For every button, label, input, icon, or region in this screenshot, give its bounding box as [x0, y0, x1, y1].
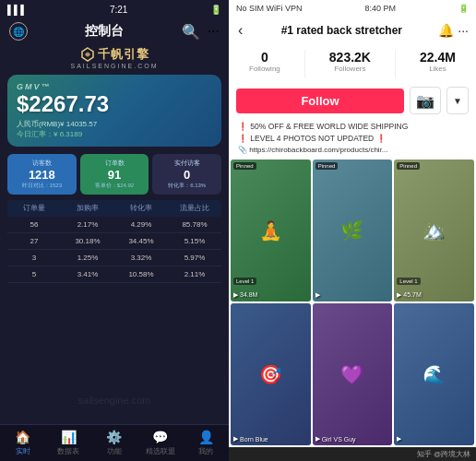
- table-row: 3 1.25% 3.32% 5.97%: [7, 250, 221, 266]
- grid-bg-5: 💜: [313, 303, 393, 445]
- stat-following: 0 Following: [249, 50, 280, 77]
- gmv-rate: 今日汇率：¥ 6.3189: [17, 129, 212, 139]
- grid-text-4: Born Blue: [240, 436, 268, 443]
- gmv-label: GMV™: [17, 82, 212, 91]
- pinned-badge-1: Pinned: [233, 162, 256, 170]
- nav-data[interactable]: 📊 数据表: [46, 430, 92, 456]
- watermark: sailsengine.com: [78, 395, 151, 406]
- stat-orders: 订单数 91 客单价：$24.92: [80, 154, 149, 195]
- followers-value: 823.2K: [329, 50, 371, 65]
- th-convert: 转化率: [114, 203, 168, 214]
- zhihu-badge: 知乎 @跨境大林: [417, 449, 470, 459]
- nav-functions-label: 功能: [107, 446, 122, 456]
- right-status-left: No SIM WiFi VPN: [236, 4, 303, 13]
- td-3-2: 10.58%: [114, 269, 168, 279]
- globe-icon[interactable]: 🌐: [9, 22, 28, 41]
- td-2-3: 5.97%: [168, 253, 221, 263]
- grid-stat-3: ▶ 45.7M: [397, 291, 421, 299]
- nav-functions[interactable]: ⚙️ 功能: [91, 430, 137, 456]
- play-icon-2: ▶: [315, 291, 320, 299]
- td-3-3: 2.11%: [168, 269, 221, 279]
- stats-row: 访客数 1218 昨日对比：1523 订单数 91 客单价：$24.92 实付访…: [7, 154, 221, 195]
- notice-area: ❗ 50% OFF & FREE WORLD WIDE SHIPPING ❗ L…: [229, 118, 476, 158]
- right-nav: ‹ #1 rated back stretcher 🔔 ···: [229, 17, 476, 44]
- more-options-icon[interactable]: ···: [458, 23, 469, 38]
- likes-label: Likes: [420, 65, 456, 73]
- gmv-card: GMV™ $2267.73 人民币(RMB)¥ 14035.57 今日汇率：¥ …: [7, 75, 221, 147]
- instagram-button[interactable]: 📷: [410, 87, 441, 114]
- left-top-icons: 🔍 ···: [182, 23, 220, 41]
- stat-visitors-sub: 昨日对比：1523: [11, 182, 73, 190]
- left-time: 7:21: [110, 5, 127, 15]
- td-0-2: 4.29%: [114, 219, 168, 230]
- stat-divider-2: [395, 50, 396, 77]
- notice-link[interactable]: 📎 https://chirobackboard.com/products/ch…: [238, 145, 467, 155]
- td-3-0: 5: [7, 269, 61, 279]
- grid-item-6[interactable]: 🌊 ▶: [394, 303, 474, 445]
- more-icon[interactable]: ···: [208, 23, 220, 41]
- right-time: 8:40 PM: [364, 4, 396, 13]
- play-icon-6: ▶: [397, 435, 401, 443]
- stat-divider: [304, 50, 305, 77]
- left-signal: ▌▌▌: [7, 5, 27, 15]
- profile-title: #1 rated back stretcher: [248, 24, 434, 37]
- pinned-badge-3: Pinned: [397, 162, 420, 170]
- back-button[interactable]: ‹: [236, 20, 244, 41]
- stat-visitors-value: 1218: [11, 168, 73, 182]
- grid-item-1[interactable]: 🧘 Pinned ▶ 34.8M Level 1: [231, 160, 311, 301]
- grid-stat-4: ▶ Born Blue: [233, 435, 268, 443]
- th-traffic: 流量占比: [168, 203, 221, 214]
- td-0-1: 2.17%: [61, 219, 114, 230]
- table-row: 27 30.18% 34.45% 5.15%: [7, 233, 221, 250]
- grid-stat-value-1: 34.8M: [240, 291, 257, 298]
- grid-item-2[interactable]: 🌿 Pinned ▶: [313, 160, 393, 301]
- bell-icon[interactable]: 🔔: [438, 23, 454, 38]
- bottom-bar: 知乎 @跨境大林: [229, 447, 476, 461]
- grid-item-5[interactable]: 💜 ▶ Girl VS Guy: [313, 303, 393, 445]
- nav-alliance[interactable]: 💬 精选联盟: [137, 430, 184, 456]
- nav-alliance-label: 精选联盟: [146, 446, 175, 456]
- stat-orders-value: 91: [84, 168, 146, 182]
- settings-icon: ⚙️: [106, 430, 122, 444]
- chart-icon: 📊: [61, 430, 77, 444]
- grid-bg-2: 🌿: [313, 160, 393, 301]
- follow-button[interactable]: Follow: [236, 89, 404, 113]
- td-1-2: 34.45%: [114, 236, 168, 246]
- td-2-0: 3: [7, 253, 61, 263]
- play-icon-3: ▶: [397, 291, 401, 299]
- stat-orders-sub: 客单价：$24.92: [84, 182, 146, 190]
- followers-label: Followers: [329, 65, 371, 73]
- notice-2: ❗ LEVEL 4 PHOTOS NOT UPDATED ❗: [238, 133, 467, 145]
- left-status-bar: ▌▌▌ 7:21 🔋: [0, 0, 229, 18]
- grid-text-5: Girl VS Guy: [322, 436, 356, 443]
- stat-orders-label: 订单数: [84, 159, 146, 168]
- grid-bg-6: 🌊: [394, 303, 474, 445]
- search-icon[interactable]: 🔍: [182, 23, 200, 41]
- gmv-rmb: 人民币(RMB)¥ 14035.57: [17, 119, 212, 129]
- right-battery: 🔋: [458, 4, 469, 13]
- grid-stat-6: ▶: [397, 435, 401, 443]
- nav-realtime[interactable]: 🏠 实时: [0, 430, 46, 456]
- video-grid: 🧘 Pinned ▶ 34.8M Level 1 🌿 Pinned ▶ 🏔️ P…: [229, 158, 476, 447]
- level-badge-3: Level 1: [397, 278, 420, 285]
- table-header: 订单量 加购率 转化率 流量占比: [7, 200, 221, 217]
- pinned-badge-2: Pinned: [315, 162, 339, 170]
- bottom-nav: 🏠 实时 📊 数据表 ⚙️ 功能 💬 精选联盟 👤 我的: [0, 424, 229, 461]
- logo-svg-icon: [80, 47, 95, 62]
- grid-stat-2: ▶: [315, 291, 320, 299]
- left-title: 控制台: [85, 23, 124, 40]
- play-icon-4: ▶: [233, 435, 238, 443]
- grid-stat-value-3: 45.7M: [403, 291, 421, 298]
- right-status-bar: No SIM WiFi VPN 8:40 PM 🔋: [229, 0, 476, 17]
- notice-1: ❗ 50% OFF & FREE WORLD WIDE SHIPPING: [238, 121, 467, 133]
- nav-profile[interactable]: 👤 我的: [183, 430, 229, 456]
- th-add-rate: 加购率: [61, 203, 114, 214]
- stat-paid: 实付访客 0 转化率：6.13%: [152, 154, 221, 195]
- nav-profile-label: 我的: [198, 446, 213, 456]
- grid-item-3[interactable]: 🏔️ Pinned ▶ 45.7M Level 1: [394, 160, 474, 301]
- logo-text: 千帆引擎: [98, 46, 149, 63]
- dropdown-button[interactable]: ▼: [446, 87, 469, 114]
- grid-stat-5: ▶ Girl VS Guy: [315, 435, 356, 443]
- grid-item-4[interactable]: 🎯 ▶ Born Blue: [231, 303, 311, 445]
- stat-followers: 823.2K Followers: [329, 50, 371, 77]
